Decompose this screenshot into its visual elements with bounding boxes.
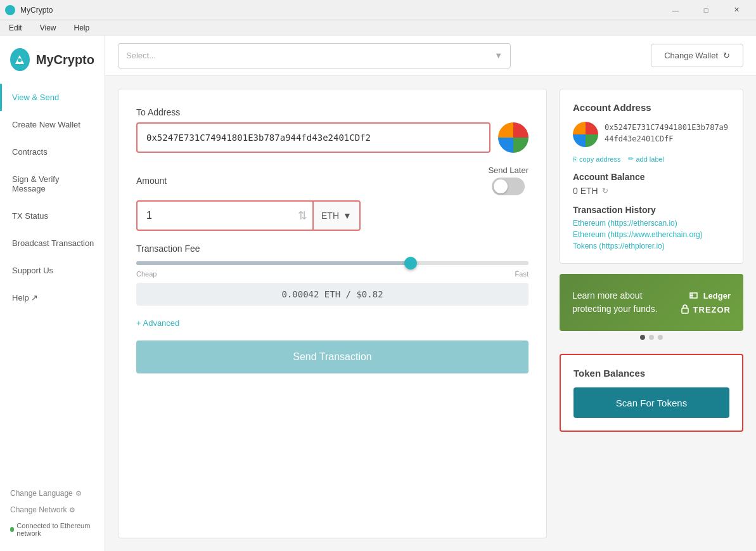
fee-section: Transaction Fee Cheap Fast 0.00042 ETH /… — [136, 243, 529, 306]
scan-tokens-button[interactable]: Scan For Tokens — [573, 387, 729, 418]
tx-history-title: Transaction History — [573, 205, 730, 215]
pencil-icon: ✏ — [628, 155, 634, 163]
balance-title: Account Balance — [573, 172, 730, 182]
title-bar: MyCrypto — □ ✕ — [0, 0, 756, 20]
promo-section: Learn more about protecting your funds. … — [560, 274, 743, 344]
minimize-button[interactable]: — — [661, 0, 690, 20]
fee-fast-label: Fast — [515, 270, 529, 278]
menu-edit[interactable]: Edit — [5, 22, 26, 34]
logo-svg — [13, 53, 27, 67]
send-transaction-button[interactable]: Send Transaction — [136, 340, 529, 373]
balance-value: 0 ETH — [573, 186, 598, 196]
send-form: To Address Amount Send Later — [118, 89, 547, 538]
app-title: MyCrypto — [20, 6, 53, 15]
gear-icon-network: ⚙ — [69, 506, 75, 514]
sidebar-item-support[interactable]: Support Us — [0, 257, 105, 284]
fee-slider-container — [136, 261, 529, 265]
promo-logos: Ledger TREZOR — [679, 290, 731, 315]
logo-icon — [10, 48, 30, 71]
sidebar-item-broadcast[interactable]: Broadcast Transaction — [0, 230, 105, 257]
account-address-row: 0x5247E731C74941801E3b787a944fd43e2401CD… — [573, 122, 730, 147]
account-card-title: Account Address — [573, 102, 730, 113]
right-panel: Account Address 0x5247E731C74941801E3b78… — [560, 89, 743, 538]
refresh-icon: ↻ — [723, 51, 730, 60]
toggle-knob — [494, 179, 508, 193]
main-content: Select... ▼ Change Wallet ↻ To Address — [105, 36, 756, 551]
window-controls: — □ ✕ — [661, 0, 751, 20]
top-bar: Select... ▼ Change Wallet ↻ — [105, 36, 756, 76]
fee-value-display: 0.00042 ETH / $0.82 — [136, 283, 529, 306]
balance-row: 0 ETH ↻ — [573, 186, 730, 196]
fee-slider-fill — [136, 261, 529, 265]
connected-dot — [10, 527, 14, 532]
sidebar-item-tx-status[interactable]: TX Status — [0, 202, 105, 230]
balance-refresh-icon[interactable]: ↻ — [602, 186, 608, 195]
sidebar: MyCrypto View & Send Create New Wallet C… — [0, 36, 105, 551]
change-wallet-button[interactable]: Change Wallet ↻ — [651, 44, 743, 67]
promo-dot-3[interactable] — [658, 335, 663, 340]
trezor-icon — [679, 304, 691, 315]
svg-point-0 — [18, 58, 22, 62]
currency-select[interactable]: ETH ▼ — [314, 200, 361, 231]
to-address-input[interactable] — [136, 122, 490, 153]
fee-slider-track — [136, 261, 529, 265]
menu-view[interactable]: View — [36, 22, 60, 34]
account-actions: ⎘ copy address ✏ add label — [573, 155, 730, 163]
sidebar-item-contracts[interactable]: Contracts — [0, 138, 105, 165]
sidebar-logo: MyCrypto — [0, 41, 105, 84]
app-icon — [5, 5, 15, 15]
amount-input-group: ⇅ ETH ▼ — [136, 200, 529, 231]
ledger-icon — [689, 290, 701, 301]
change-language-button[interactable]: Change Language ⚙ — [10, 485, 94, 502]
add-label-button[interactable]: ✏ add label — [628, 155, 664, 163]
app-body: MyCrypto View & Send Create New Wallet C… — [0, 36, 756, 551]
promo-dot-1[interactable] — [640, 335, 645, 340]
token-card: Token Balances Scan For Tokens — [560, 354, 743, 432]
dropdown-arrow-icon: ▼ — [494, 51, 503, 60]
promo-text: Learn more about protecting your funds. — [572, 289, 679, 316]
close-button[interactable]: ✕ — [722, 0, 751, 20]
send-later-toggle[interactable] — [492, 178, 525, 195]
send-later-label: Send Later — [488, 165, 529, 175]
sidebar-nav: View & Send Create New Wallet Contracts … — [0, 84, 105, 480]
sidebar-logo-text: MyCrypto — [36, 53, 94, 67]
tx-link-ethplorer[interactable]: Tokens (https://ethplorer.io) — [573, 242, 730, 250]
promo-dot-2[interactable] — [649, 335, 654, 340]
change-network-button[interactable]: Change Network ⚙ — [10, 502, 94, 518]
to-address-group: To Address — [136, 107, 529, 153]
account-identicon — [573, 122, 598, 147]
sidebar-bottom: Change Language ⚙ Change Network ⚙ Conne… — [0, 480, 105, 551]
amount-group: Amount Send Later ⇅ — [136, 165, 529, 231]
sidebar-item-help[interactable]: Help ↗ — [0, 284, 105, 311]
promo-card: Learn more about protecting your funds. … — [560, 274, 743, 331]
currency-dropdown-icon: ▼ — [343, 211, 352, 221]
wallet-select-placeholder: Select... — [126, 51, 156, 60]
title-bar-left: MyCrypto — [5, 5, 53, 15]
trezor-logo: TREZOR — [679, 304, 731, 315]
copy-address-button[interactable]: ⎘ copy address — [573, 155, 620, 163]
address-identicon — [498, 122, 529, 153]
amount-label: Amount — [136, 176, 167, 186]
ledger-logo: Ledger — [689, 290, 731, 301]
network-status: Connected to Ethereum network — [10, 518, 94, 541]
to-address-row — [136, 122, 529, 153]
maximize-button[interactable]: □ — [691, 0, 721, 20]
svg-rect-4 — [682, 308, 688, 313]
fee-labels: Cheap Fast — [136, 270, 529, 278]
menu-help[interactable]: Help — [70, 22, 93, 34]
fee-cheap-label: Cheap — [136, 270, 157, 278]
fee-slider-thumb[interactable] — [404, 257, 417, 269]
token-card-title: Token Balances — [573, 368, 729, 379]
gear-icon-language: ⚙ — [75, 489, 82, 498]
fee-label: Transaction Fee — [136, 243, 529, 254]
tx-link-etherscan[interactable]: Ethereum (https://etherscan.io) — [573, 219, 730, 228]
sidebar-item-view-send[interactable]: View & Send — [0, 84, 105, 111]
tx-link-etherchain[interactable]: Ethereum (https://www.etherchain.org) — [573, 230, 730, 239]
amount-input[interactable] — [136, 200, 314, 231]
content-area: To Address Amount Send Later — [105, 76, 756, 551]
sidebar-item-sign-verify[interactable]: Sign & Verify Message — [0, 165, 105, 202]
sidebar-item-create-wallet[interactable]: Create New Wallet — [0, 111, 105, 138]
wallet-select[interactable]: Select... ▼ — [118, 43, 511, 68]
advanced-link[interactable]: + Advanced — [136, 318, 529, 328]
promo-dots — [560, 331, 743, 344]
